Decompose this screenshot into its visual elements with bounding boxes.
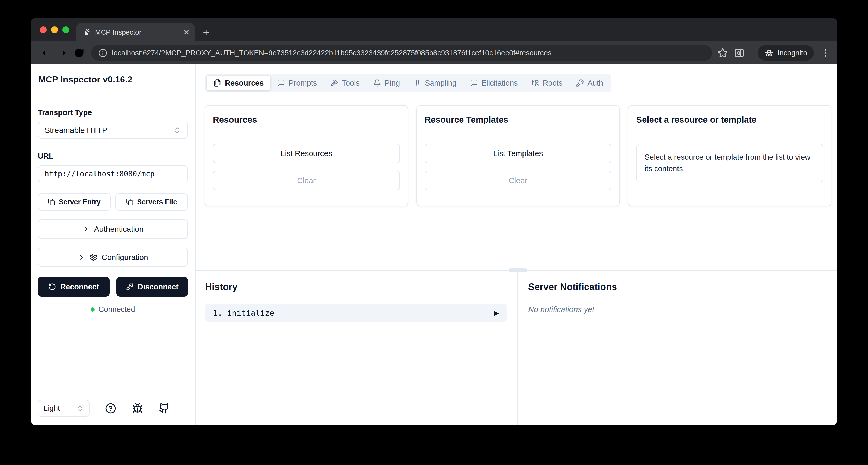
server-notifications-pane: Server Notifications No notifications ye…	[518, 271, 837, 425]
resource-templates-panel-title: Resource Templates	[417, 106, 619, 134]
chevrons-up-down-icon	[76, 405, 84, 412]
servers-file-button[interactable]: Servers File	[115, 193, 188, 211]
tab-elicitations[interactable]: Elicitations	[463, 76, 525, 90]
transport-type-value: Streamable HTTP	[44, 126, 107, 135]
incognito-label: Incognito	[777, 49, 807, 57]
tab-resources[interactable]: Resources	[207, 76, 270, 90]
chevron-right-icon	[82, 225, 90, 233]
close-window-button[interactable]	[40, 26, 47, 33]
gear-icon	[90, 253, 97, 261]
toolbar-right: Incognito	[717, 45, 831, 61]
incognito-spy-icon	[765, 48, 774, 58]
browser-toolbar: localhost:6274/?MCP_PROXY_AUTH_TOKEN=9e7…	[31, 41, 837, 64]
toolbar-divider	[751, 47, 751, 59]
disconnect-label: Disconnect	[138, 283, 179, 291]
mcp-favicon-icon	[83, 28, 91, 36]
browser-window: MCP Inspector ✕ + localhost:6274/?MCP_PR…	[31, 18, 837, 425]
url-text: localhost:6274/?MCP_PROXY_AUTH_TOKEN=9e7…	[112, 49, 552, 57]
folder-tree-icon	[531, 79, 539, 87]
resource-detail-panel: Select a resource or template Select a r…	[628, 105, 832, 207]
theme-select[interactable]: Light	[38, 400, 90, 417]
list-templates-button[interactable]: List Templates	[425, 144, 612, 163]
files-icon	[214, 79, 221, 87]
server-entry-button[interactable]: Server Entry	[38, 193, 111, 211]
connection-status: Connected	[38, 305, 188, 314]
splitter-drag-handle[interactable]	[508, 268, 528, 272]
no-notifications-text: No notifications yet	[528, 305, 837, 314]
forward-icon[interactable]	[57, 47, 68, 59]
reconnect-label: Reconnect	[60, 283, 99, 291]
app-page: MCP Inspector v0.16.2 Transport Type Str…	[31, 64, 837, 425]
tab-label: Elicitations	[482, 79, 518, 87]
tab-label: Resources	[225, 79, 264, 87]
tab-label: Roots	[543, 79, 563, 87]
url-bar[interactable]: localhost:6274/?MCP_PROXY_AUTH_TOKEN=9e7…	[91, 45, 712, 61]
resources-panel: Resources List Resources Clear	[205, 105, 408, 207]
site-info-icon[interactable]	[98, 49, 107, 57]
tab-prompts[interactable]: Prompts	[270, 76, 323, 90]
bookmark-star-icon[interactable]	[717, 48, 728, 58]
servers-file-label: Servers File	[137, 198, 177, 206]
configuration-expander[interactable]: Configuration	[38, 248, 188, 267]
tab-label: Sampling	[425, 79, 457, 87]
rotate-ccw-icon	[48, 283, 56, 291]
transport-type-select[interactable]: Streamable HTTP	[38, 122, 188, 139]
incognito-badge: Incognito	[757, 45, 814, 61]
side-panel-search-icon[interactable]	[734, 48, 745, 58]
tab-close-icon[interactable]: ✕	[183, 28, 190, 36]
connection-buttons-row: Reconnect Disconnect	[38, 277, 188, 297]
panels-row: Resources List Resources Clear Resource …	[205, 105, 832, 207]
reload-icon[interactable]	[73, 47, 85, 59]
configuration-label: Configuration	[101, 253, 148, 262]
browser-tab[interactable]: MCP Inspector ✕	[76, 23, 195, 41]
main-content: Resources Prompts Tools Ping Sampling	[196, 64, 837, 425]
tab-label: Tools	[342, 79, 360, 87]
tab-tools[interactable]: Tools	[323, 76, 366, 90]
bell-icon	[373, 79, 381, 87]
disconnect-button[interactable]: Disconnect	[116, 277, 188, 297]
history-pane: History 1. initialize ▶	[196, 271, 518, 425]
server-url-input[interactable]: http://localhost:8080/mcp	[38, 165, 188, 182]
sidebar-header: MCP Inspector v0.16.2	[31, 64, 195, 95]
chevron-right-icon	[78, 253, 85, 261]
help-icon[interactable]	[105, 403, 116, 414]
new-tab-button[interactable]: +	[203, 27, 210, 38]
bug-icon[interactable]	[132, 403, 143, 414]
clear-resources-button[interactable]: Clear	[213, 171, 400, 190]
app-title: MCP Inspector v0.16.2	[38, 74, 132, 85]
tab-sampling[interactable]: Sampling	[407, 76, 463, 90]
tab-roots[interactable]: Roots	[525, 76, 569, 90]
zoom-window-button[interactable]	[62, 26, 69, 33]
clear-templates-button[interactable]: Clear	[425, 171, 612, 190]
hammer-icon	[331, 79, 338, 87]
resource-templates-panel-body: List Templates Clear	[417, 134, 619, 199]
tab-label: Ping	[385, 79, 400, 87]
resource-detail-placeholder: Select a resource or template from the l…	[636, 144, 823, 182]
browser-tab-strip: MCP Inspector ✕ +	[31, 18, 837, 41]
history-title: History	[205, 282, 507, 292]
message-square-icon	[470, 79, 478, 87]
tab-title: MCP Inspector	[95, 28, 179, 36]
authentication-expander[interactable]: Authentication	[38, 219, 188, 239]
transport-type-label: Transport Type	[38, 108, 188, 117]
history-item[interactable]: 1. initialize ▶	[205, 304, 507, 322]
footer-icons	[90, 403, 185, 414]
url-label: URL	[38, 152, 188, 160]
status-dot	[91, 307, 95, 312]
reconnect-button[interactable]: Reconnect	[38, 277, 110, 297]
tab-auth[interactable]: Auth	[569, 76, 610, 90]
back-icon[interactable]	[40, 47, 52, 59]
entry-buttons-row: Server Entry Servers File	[38, 193, 188, 211]
github-icon[interactable]	[159, 403, 169, 414]
browser-menu-icon[interactable]	[820, 48, 831, 58]
list-resources-button[interactable]: List Resources	[213, 144, 400, 163]
expand-arrow-icon[interactable]: ▶	[494, 309, 499, 317]
tab-label: Auth	[587, 79, 603, 87]
window-controls	[40, 26, 69, 33]
app-tabbar: Resources Prompts Tools Ping Sampling	[205, 74, 612, 92]
minimize-window-button[interactable]	[51, 26, 58, 33]
tab-ping[interactable]: Ping	[366, 76, 407, 90]
resources-panel-title: Resources	[205, 106, 408, 134]
sidebar: MCP Inspector v0.16.2 Transport Type Str…	[31, 64, 196, 425]
unplug-icon	[126, 283, 134, 291]
